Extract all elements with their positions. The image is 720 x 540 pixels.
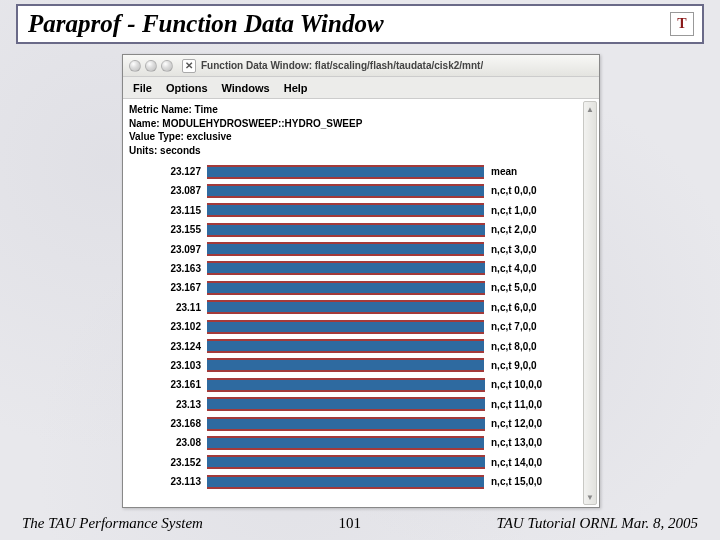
bar-track — [207, 397, 485, 411]
bar-track — [207, 455, 485, 469]
metadata-block: Metric Name: Time Name: MODULEHYDROSWEEP… — [129, 103, 593, 157]
bar-label: n,c,t 2,0,0 — [485, 224, 537, 235]
bar-value: 23.167 — [129, 282, 207, 293]
window-title: Function Data Window: flat/scaling/flash… — [201, 60, 483, 71]
meta-value-type: Value Type: exclusive — [129, 130, 593, 144]
bar-value: 23.13 — [129, 399, 207, 410]
function-data-window: ✕ Function Data Window: flat/scaling/fla… — [122, 54, 600, 508]
close-icon[interactable]: ✕ — [182, 59, 196, 73]
footer-page: 101 — [338, 515, 361, 532]
bar-row[interactable]: 23.152n,c,t 14,0,0 — [129, 454, 593, 471]
bar-fill — [207, 184, 484, 198]
bar-label: n,c,t 1,0,0 — [485, 205, 537, 216]
bar-label: n,c,t 5,0,0 — [485, 282, 537, 293]
bar-row[interactable]: 23.102n,c,t 7,0,0 — [129, 318, 593, 335]
menubar: File Options Windows Help — [123, 77, 599, 99]
scroll-up-icon[interactable]: ▲ — [584, 102, 596, 116]
bar-track — [207, 223, 485, 237]
minimize-light-icon[interactable] — [145, 60, 157, 72]
bar-track — [207, 475, 485, 489]
bar-fill — [207, 378, 485, 392]
bar-row[interactable]: 23.087n,c,t 0,0,0 — [129, 182, 593, 199]
bar-label: n,c,t 4,0,0 — [485, 263, 537, 274]
bar-track — [207, 417, 485, 431]
bar-label: n,c,t 3,0,0 — [485, 244, 537, 255]
bar-track — [207, 184, 485, 198]
bar-label: n,c,t 11,0,0 — [485, 399, 542, 410]
bar-label: n,c,t 6,0,0 — [485, 302, 537, 313]
bar-value: 23.127 — [129, 166, 207, 177]
meta-metric: Metric Name: Time — [129, 103, 593, 117]
bar-row[interactable]: 23.167n,c,t 5,0,0 — [129, 279, 593, 296]
bar-label: n,c,t 15,0,0 — [485, 476, 542, 487]
bar-track — [207, 320, 485, 334]
bar-fill — [207, 300, 484, 314]
close-light-icon[interactable] — [129, 60, 141, 72]
bar-label: n,c,t 13,0,0 — [485, 437, 542, 448]
bar-track — [207, 339, 485, 353]
bar-row[interactable]: 23.155n,c,t 2,0,0 — [129, 221, 593, 238]
slide-title: Paraprof - Function Data Window — [28, 10, 384, 38]
bar-value: 23.103 — [129, 360, 207, 371]
vertical-scrollbar[interactable]: ▲ ▼ — [583, 101, 597, 505]
bar-row[interactable]: 23.13n,c,t 11,0,0 — [129, 396, 593, 413]
window-body: Metric Name: Time Name: MODULEHYDROSWEEP… — [123, 99, 599, 507]
zoom-light-icon[interactable] — [161, 60, 173, 72]
bar-value: 23.168 — [129, 418, 207, 429]
bar-row[interactable]: 23.163n,c,t 4,0,0 — [129, 260, 593, 277]
tau-logo: T — [670, 12, 694, 36]
bar-track — [207, 261, 485, 275]
bar-track — [207, 281, 485, 295]
bar-row[interactable]: 23.168n,c,t 12,0,0 — [129, 415, 593, 432]
bar-label: n,c,t 12,0,0 — [485, 418, 542, 429]
bar-fill — [207, 281, 485, 295]
bar-value: 23.087 — [129, 185, 207, 196]
bar-value: 23.11 — [129, 302, 207, 313]
bar-track — [207, 436, 485, 450]
bar-value: 23.102 — [129, 321, 207, 332]
menu-options[interactable]: Options — [166, 82, 208, 94]
bar-value: 23.152 — [129, 457, 207, 468]
bar-fill — [207, 203, 484, 217]
bar-row[interactable]: 23.124n,c,t 8,0,0 — [129, 338, 593, 355]
menu-file[interactable]: File — [133, 82, 152, 94]
meta-name: Name: MODULEHYDROSWEEP::HYDRO_SWEEP — [129, 117, 593, 131]
bar-fill — [207, 165, 484, 179]
bar-row[interactable]: 23.103n,c,t 9,0,0 — [129, 357, 593, 374]
bar-fill — [207, 417, 485, 431]
bar-row[interactable]: 23.097n,c,t 3,0,0 — [129, 241, 593, 258]
menu-help[interactable]: Help — [284, 82, 308, 94]
bar-label: n,c,t 14,0,0 — [485, 457, 542, 468]
bar-label: mean — [485, 166, 517, 177]
bar-value: 23.097 — [129, 244, 207, 255]
bar-row[interactable]: 23.11n,c,t 6,0,0 — [129, 299, 593, 316]
bar-label: n,c,t 10,0,0 — [485, 379, 542, 390]
bar-value: 23.124 — [129, 341, 207, 352]
window-titlebar[interactable]: ✕ Function Data Window: flat/scaling/fla… — [123, 55, 599, 77]
bar-track — [207, 165, 485, 179]
bar-row[interactable]: 23.113n,c,t 15,0,0 — [129, 473, 593, 490]
bar-row[interactable]: 23.127mean — [129, 163, 593, 180]
bar-row[interactable]: 23.161n,c,t 10,0,0 — [129, 376, 593, 393]
bar-value: 23.113 — [129, 476, 207, 487]
scroll-down-icon[interactable]: ▼ — [584, 490, 596, 504]
menu-windows[interactable]: Windows — [222, 82, 270, 94]
bar-row[interactable]: 23.115n,c,t 1,0,0 — [129, 202, 593, 219]
bar-fill — [207, 223, 485, 237]
bar-track — [207, 378, 485, 392]
bar-track — [207, 358, 485, 372]
bar-fill — [207, 320, 484, 334]
footer-right: TAU Tutorial ORNL Mar. 8, 2005 — [496, 515, 698, 532]
bar-fill — [207, 339, 484, 353]
bar-fill — [207, 475, 484, 489]
bar-value: 23.155 — [129, 224, 207, 235]
bar-fill — [207, 261, 485, 275]
bar-track — [207, 203, 485, 217]
bar-label: n,c,t 8,0,0 — [485, 341, 537, 352]
bar-row[interactable]: 23.08n,c,t 13,0,0 — [129, 434, 593, 451]
meta-units: Units: seconds — [129, 144, 593, 158]
bar-track — [207, 242, 485, 256]
bar-label: n,c,t 9,0,0 — [485, 360, 537, 371]
bar-value: 23.115 — [129, 205, 207, 216]
bar-label: n,c,t 0,0,0 — [485, 185, 537, 196]
